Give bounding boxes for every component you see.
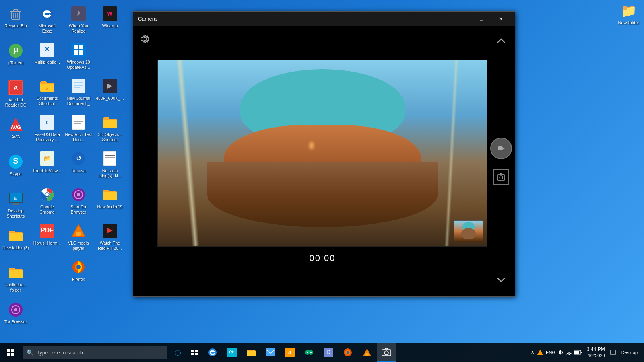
taskbar-app-firefox[interactable] [338, 343, 357, 362]
action-center-icon[interactable] [610, 349, 616, 356]
icon-start-tor-browser[interactable]: Start Tor Browser [63, 184, 94, 220]
icon-recuva[interactable]: ↺ Recuva [63, 148, 94, 183]
taskbar-app-tripadvisor[interactable] [299, 343, 319, 362]
start-button[interactable] [0, 343, 21, 362]
taskbar-app-store[interactable]: 🛍 [222, 343, 242, 362]
clock-date: 4/2/2020 [587, 353, 605, 358]
sidebar-item-avg[interactable]: AVG AVG [0, 114, 31, 150]
show-hidden-icons[interactable]: ∧ [530, 348, 535, 356]
svg-point-70 [76, 265, 80, 269]
svg-rect-33 [79, 50, 83, 55]
easeus-label: EaseUS Data Recovery ... [33, 132, 61, 142]
show-desktop-button[interactable]: Desktop [618, 343, 641, 362]
taskbar-clock[interactable]: 3:44 PM 4/2/2020 [584, 346, 608, 358]
minimize-button[interactable]: ─ [453, 12, 471, 25]
light-streak-left [176, 60, 199, 246]
camera-scroll-down[interactable] [494, 274, 508, 288]
camera-settings-button[interactable] [137, 31, 153, 47]
icon-easeus[interactable]: E EaseUS Data Recovery ... [31, 112, 63, 147]
taskbar-app-mail[interactable] [261, 343, 280, 362]
desktop-label: Desktop [621, 350, 638, 355]
sublimina-icon [8, 265, 24, 281]
network-icon[interactable] [566, 349, 572, 356]
close-button[interactable]: ✕ [491, 12, 510, 25]
icon-documents-shortcut[interactable]: ↗ Documents Shortcut [31, 76, 63, 111]
icon-watch-red-pill[interactable]: ▶ Watch The Red Pill 20... [94, 220, 126, 256]
windows-logo-icon [7, 349, 14, 356]
taskbar-app-folder[interactable] [242, 343, 261, 362]
firefox-label: Firefox [72, 277, 85, 282]
volume-icon[interactable] [558, 349, 564, 356]
taskbar-app-vlc[interactable] [357, 343, 377, 362]
taskbar-app-amazon[interactable]: a [280, 343, 299, 362]
icon-horus-herm[interactable]: PDF Horus_Herm... [31, 220, 63, 256]
icon-windows-10-update[interactable]: Windows 10 Update As... [63, 39, 94, 75]
icon-3d-objects[interactable]: 3D Objects - Shortcut [94, 112, 126, 147]
camera-controls [490, 138, 512, 185]
taskbar-right: ∧ ENG 3:44 PM 4/2/2020 Desktop [525, 343, 644, 362]
google-chrome-icon [39, 187, 55, 203]
svg-point-99 [365, 353, 369, 356]
sidebar-item-acrobat[interactable]: A Acrobat Reader DC [0, 77, 31, 113]
icon-vlc-media-player[interactable]: VLC media player [63, 220, 94, 256]
desktop-icons-grid: Microsoft Edge ♪ When You Realize W Wina… [31, 0, 136, 343]
search-placeholder: Type here to search [37, 350, 83, 356]
3d-objects-icon [102, 114, 118, 130]
icon-winamp[interactable]: W Winamp [94, 3, 126, 39]
new-folder-3-label: New folder (3) [2, 245, 29, 251]
svg-text:↺: ↺ [76, 155, 81, 162]
svg-rect-86 [266, 348, 275, 356]
svg-text:PDF: PDF [41, 227, 54, 234]
recycle-bin-icon [8, 6, 24, 22]
svg-text:E: E [46, 121, 49, 125]
start-tor-browser-icon [70, 187, 87, 203]
sidebar-item-utorrent[interactable]: μ µTorrent [0, 40, 31, 76]
sidebar-item-skype[interactable]: S Skype [0, 151, 31, 187]
sublimina-label: 'sublimina... folder [2, 282, 30, 292]
maximize-button[interactable]: □ [472, 12, 491, 25]
sidebar-item-new-folder-3[interactable]: New folder (3) [0, 225, 31, 261]
icon-new-journal-doc[interactable]: New Journal Document _ [63, 76, 94, 111]
taskbar-app-edge[interactable] [203, 343, 222, 362]
camera-thumbnail[interactable] [454, 220, 482, 241]
language-indicator[interactable]: ENG [545, 349, 556, 356]
photo-button[interactable] [493, 169, 509, 185]
desktop-shortcuts-icon: ⊞ [8, 191, 24, 207]
multiplication-label: Multiplicatio... [34, 60, 60, 65]
taskbar-app-discord[interactable]: D [319, 343, 338, 362]
icon-new-folder-2[interactable]: New folder(2) [94, 184, 126, 220]
cortana-button[interactable]: ◌ [170, 344, 186, 360]
icon-google-chrome[interactable]: Google Chrome [31, 184, 63, 220]
icon-freefileview[interactable]: 📂 FreeFileView... [31, 148, 63, 183]
icon-480p-600k[interactable]: ▶ 480P_600K_... [94, 76, 126, 111]
icon-edge[interactable]: Microsoft Edge [31, 3, 63, 39]
top-right-folder[interactable]: 📁 New folder [616, 2, 641, 27]
icon-multiplication[interactable]: × Multiplicatio... [31, 39, 63, 75]
svg-rect-82 [195, 353, 198, 355]
record-button[interactable] [490, 138, 512, 159]
taskbar-search[interactable]: 🔍 Type here to search [23, 346, 167, 359]
documents-shortcut-icon: ↗ [39, 78, 55, 94]
notification-icon[interactable] [537, 349, 543, 356]
camera-scroll-up[interactable] [494, 34, 508, 49]
sidebar-item-tor-browser-left[interactable]: Tor Browser [0, 299, 31, 335]
icon-firefox[interactable]: Firefox [63, 257, 94, 292]
icon-no-such-thing[interactable]: No such thing(s). N... [94, 148, 126, 183]
camera-title: Camera [138, 16, 453, 22]
sidebar-item-desktop-shortcuts[interactable]: ⊞ Desktop Shortcuts [0, 188, 31, 224]
taskbar-app-camera[interactable] [377, 343, 396, 362]
icon-when-you-realize[interactable]: ♪ When You Realize [63, 3, 94, 39]
vlc-media-player-label: VLC media player [64, 241, 93, 251]
horus-herm-label: Horus_Herm... [33, 241, 61, 246]
top-right-folder-label: New folder [618, 20, 639, 25]
svg-text:⊞: ⊞ [14, 196, 17, 200]
start-tor-browser-label: Start Tor Browser [64, 204, 93, 214]
tor-browser-icon [8, 302, 24, 318]
sidebar-item-recycle[interactable]: Recycle Bin [0, 3, 31, 39]
battery-icon [574, 350, 582, 355]
task-view-button[interactable] [187, 344, 203, 360]
recuva-label: Recuva [71, 168, 86, 173]
sidebar-item-sublimina[interactable]: 'sublimina... folder [0, 262, 31, 298]
icon-new-rich-text[interactable]: New Rich Text Doc... [63, 112, 94, 147]
acrobat-label: Acrobat Reader DC [2, 97, 30, 107]
